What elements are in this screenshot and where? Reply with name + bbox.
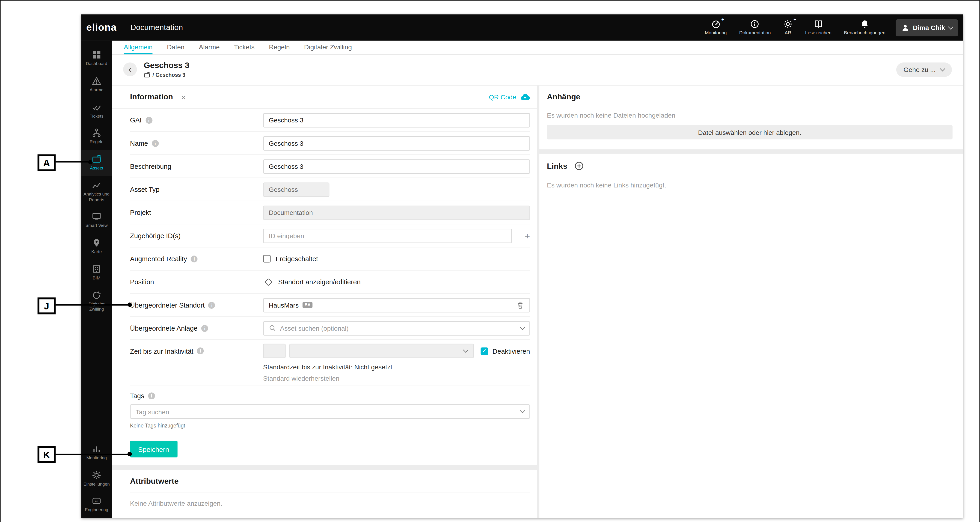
sidebar-item-bim[interactable]: BIM [81,260,112,286]
map-pin-icon [92,238,101,248]
deaktivieren-label: Deaktivieren [493,347,530,355]
tab-regeln[interactable]: Regeln [269,41,290,54]
form-row-position: Position Standort anzeigen/editieren [130,271,530,294]
parent-asset-search-field[interactable]: Asset suchen (optional) [263,321,530,335]
sidebar-item-tickets[interactable]: Tickets [81,98,112,124]
user-menu[interactable]: Dima Chik [896,19,958,36]
attribute-values-empty-text: Keine Attributwerte anzuzeigen. [130,500,530,507]
tab-alarme[interactable]: Alarme [199,41,220,54]
deaktivieren-checkbox[interactable]: ✓ [480,347,488,355]
back-button[interactable]: ‹ [123,62,137,76]
beschreibung-label: Beschreibung [130,162,263,170]
attribute-values-title: Attributwerte [130,477,530,492]
parent-location-label: Übergeordneter Standort i [130,301,263,309]
sidebar-item-digitaler-zwilling[interactable]: Digitaler Zwilling [81,286,112,317]
links-title: Links [547,162,568,170]
tab-digitaler-zwilling[interactable]: Digitaler Zwilling [304,41,352,54]
sidebar-item-engineering[interactable]: eli Engineering [81,492,112,518]
annotation-line-k [55,454,130,455]
info-icon[interactable]: i [208,302,215,309]
sidebar-item-karte[interactable]: Karte [81,234,112,260]
form-row-name: Name i [130,132,530,155]
file-dropzone[interactable]: Datei auswählen oder hier ablegen. [547,125,953,139]
tab-tickets[interactable]: Tickets [234,41,255,54]
info-icon[interactable]: i [152,140,159,146]
bar-chart-icon [92,444,101,454]
gai-input[interactable] [263,113,530,127]
sidebar-item-regeln[interactable]: Regeln [81,124,112,150]
user-name: Dima Chik [913,24,945,31]
app-window: eliona Documentation + Monitoring Dokume… [81,14,963,518]
sidebar-item-analytics[interactable]: Analytics und Reports [81,176,112,208]
add-id-icon[interactable]: + [525,231,530,240]
chevron-down-icon [463,347,468,353]
sidebar-item-einstellungen[interactable]: Einstellungen [81,466,112,492]
ids-input[interactable] [263,229,512,243]
freigeschaltet-checkbox[interactable] [263,255,271,263]
sidebar-item-smart-view[interactable]: Smart View [81,208,112,234]
attachments-empty-text: Es wurden noch keine Dateien hochgeladen [547,111,953,119]
info-icon[interactable]: i [201,325,208,331]
freigeschaltet-label: Freigeschaltet [275,255,318,263]
tags-search-select[interactable]: Tag suchen... [130,404,530,419]
name-input[interactable] [263,136,530,150]
sidebar-item-monitoring[interactable]: Monitoring [81,440,112,466]
goto-button[interactable]: Gehe zu ... [896,62,952,76]
top-header: eliona Documentation + Monitoring Dokume… [81,14,963,41]
inactivity-unit-select [290,344,474,358]
position-label: Position [130,278,263,286]
info-icon[interactable]: i [148,392,155,399]
header-nav-lesezeichen[interactable]: Lesezeichen [805,19,832,35]
form-row-asset-typ: Asset Typ [130,178,530,201]
chevron-down-icon [948,24,953,29]
breadcrumb-text: / Geschoss 3 [153,72,185,78]
beschreibung-input[interactable] [263,159,530,173]
tab-allgemein[interactable]: Allgemein [124,41,153,54]
info-icon[interactable]: i [197,347,204,354]
links-section: Links Es wurden noch keine Links hinzuge… [539,154,963,518]
asset-typ-input [263,182,329,196]
information-card: Information × QR Code GAI i [112,86,537,465]
cloud-upload-icon [520,93,530,101]
trash-icon[interactable] [516,301,524,309]
engineering-app-icon: eli [92,497,101,506]
add-link-button[interactable] [574,161,584,170]
show-location-action[interactable]: Standort anzeigen/editieren [278,278,361,286]
parent-location-value: HausMars [269,301,299,309]
form-row-beschreibung: Beschreibung [130,155,530,178]
sidebar-item-alarme[interactable]: Alarme [81,72,112,98]
asset-mini-icon [144,72,150,78]
chevron-down-icon [520,408,525,413]
page-title: Geschoss 3 [144,60,189,70]
eliona-logo[interactable]: eliona [86,22,117,33]
close-icon[interactable]: × [181,93,186,101]
save-button[interactable]: Speichern [130,441,177,457]
rules-flow-icon [92,128,101,138]
restore-default-action[interactable]: Standard wiederherstellen [263,374,530,382]
save-row: Speichern [130,434,530,465]
qr-code-link[interactable]: QR Code [489,93,530,101]
annotation-dot-a [88,160,92,164]
information-title: Information [130,92,173,101]
sidebar-item-dashboard[interactable]: Dashboard [81,46,112,72]
sidebar-spacer [81,317,112,440]
header-nav-monitoring[interactable]: + Monitoring [705,19,727,35]
info-icon[interactable]: i [191,255,197,262]
tags-section: Tags i Tag suchen... Keine Tags hinzugef… [130,386,530,434]
screenshot-canvas: A J K eliona Documentation + Monitoring [0,0,980,522]
chevron-down-icon [520,325,525,330]
header-nav-ar[interactable]: + AR [783,19,793,35]
app-title: Documentation [130,23,183,32]
header-nav: + Monitoring Dokumentation + AR [705,19,885,35]
header-nav-dokumentation[interactable]: Dokumentation [739,19,771,35]
alarm-warning-icon [92,76,101,86]
info-icon[interactable]: i [145,117,152,124]
tab-daten[interactable]: Daten [167,41,185,54]
sidebar-item-assets[interactable]: Assets [81,150,112,176]
ids-label: Zugehörige ID(s) [130,232,263,240]
parent-location-field[interactable]: HausMars BA [263,298,530,312]
parent-asset-placeholder: Asset suchen (optional) [280,325,348,332]
sidebar: Dashboard Alarme Tickets Regeln Assets [81,41,112,518]
header-nav-benachrichtigungen[interactable]: Benachrichtigungen [844,19,885,35]
dashboard-icon [92,50,101,59]
